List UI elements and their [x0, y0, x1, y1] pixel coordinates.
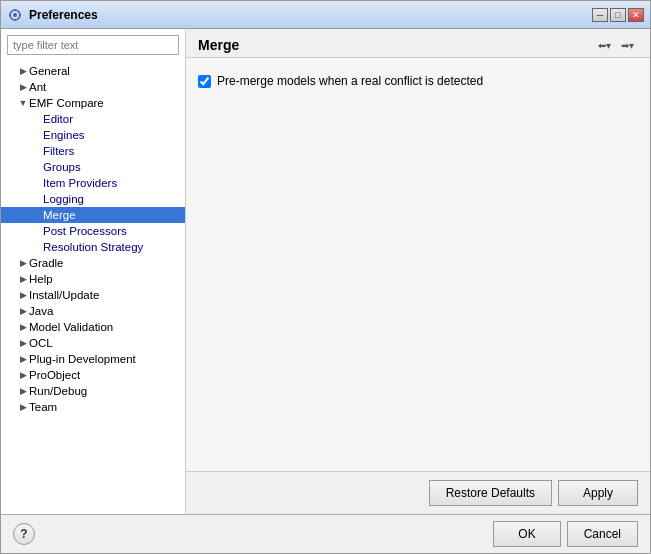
window-controls: ─ □ ✕: [592, 8, 644, 22]
arrow-merge: [31, 209, 43, 221]
restore-defaults-button[interactable]: Restore Defaults: [429, 480, 552, 506]
arrow-resolution-strategy: [31, 241, 43, 253]
content-area: ▶ General ▶ Ant ▼ EMF Compare Editor: [1, 29, 650, 514]
back-arrow-icon: ⬅: [598, 40, 606, 51]
sidebar-item-post-processors[interactable]: Post Processors: [1, 223, 185, 239]
premerge-label: Pre-merge models when a real conflict is…: [217, 74, 483, 88]
sidebar-label-plugin-development: Plug-in Development: [29, 353, 136, 365]
sidebar-label-run-debug: Run/Debug: [29, 385, 87, 397]
sidebar-item-model-validation[interactable]: ▶ Model Validation: [1, 319, 185, 335]
sidebar-item-ocl[interactable]: ▶ OCL: [1, 335, 185, 351]
sidebar-label-editor: Editor: [43, 113, 73, 125]
arrow-item-providers: [31, 177, 43, 189]
sidebar-label-ocl: OCL: [29, 337, 53, 349]
forward-dropdown-icon: ▾: [629, 40, 634, 51]
premerge-checkbox[interactable]: [198, 75, 211, 88]
sidebar-label-engines: Engines: [43, 129, 85, 141]
sidebar-label-team: Team: [29, 401, 57, 413]
sidebar-item-general[interactable]: ▶ General: [1, 63, 185, 79]
bottom-buttons: Restore Defaults Apply: [186, 471, 650, 514]
back-dropdown-icon: ▾: [606, 40, 611, 51]
sidebar-label-logging: Logging: [43, 193, 84, 205]
forward-arrow-icon: ➡: [621, 40, 629, 51]
arrow-logging: [31, 193, 43, 205]
arrow-java: ▶: [17, 305, 29, 317]
arrow-general: ▶: [17, 65, 29, 77]
close-button[interactable]: ✕: [628, 8, 644, 22]
sidebar-item-plugin-development[interactable]: ▶ Plug-in Development: [1, 351, 185, 367]
sidebar-label-ant: Ant: [29, 81, 46, 93]
nav-forward-button[interactable]: ➡ ▾: [617, 38, 638, 53]
sidebar-label-groups: Groups: [43, 161, 81, 173]
sidebar-item-proobject[interactable]: ▶ ProObject: [1, 367, 185, 383]
arrow-gradle: ▶: [17, 257, 29, 269]
arrow-ocl: ▶: [17, 337, 29, 349]
sidebar-item-filters[interactable]: Filters: [1, 143, 185, 159]
sidebar-item-ant[interactable]: ▶ Ant: [1, 79, 185, 95]
arrow-proobject: ▶: [17, 369, 29, 381]
panel-header: Merge ⬅ ▾ ➡ ▾: [186, 29, 650, 58]
tree: ▶ General ▶ Ant ▼ EMF Compare Editor: [1, 61, 185, 514]
sidebar-item-resolution-strategy[interactable]: Resolution Strategy: [1, 239, 185, 255]
cancel-button[interactable]: Cancel: [567, 521, 638, 547]
arrow-install-update: ▶: [17, 289, 29, 301]
sidebar-item-gradle[interactable]: ▶ Gradle: [1, 255, 185, 271]
sidebar-label-general: General: [29, 65, 70, 77]
arrow-ant: ▶: [17, 81, 29, 93]
arrow-engines: [31, 129, 43, 141]
preferences-dialog: Preferences ─ □ ✕ ▶ General ▶ Ant: [0, 0, 651, 554]
sidebar-label-proobject: ProObject: [29, 369, 80, 381]
arrow-editor: [31, 113, 43, 125]
arrow-plugin-development: ▶: [17, 353, 29, 365]
filter-input[interactable]: [7, 35, 179, 55]
footer-right: OK Cancel: [493, 521, 638, 547]
panel-title: Merge: [198, 37, 239, 53]
title-bar: Preferences ─ □ ✕: [1, 1, 650, 29]
apply-button[interactable]: Apply: [558, 480, 638, 506]
arrow-team: ▶: [17, 401, 29, 413]
sidebar-item-emf-compare[interactable]: ▼ EMF Compare: [1, 95, 185, 111]
premerge-checkbox-row: Pre-merge models when a real conflict is…: [198, 74, 638, 88]
sidebar-label-java: Java: [29, 305, 53, 317]
arrow-post-processors: [31, 225, 43, 237]
sidebar-item-install-update[interactable]: ▶ Install/Update: [1, 287, 185, 303]
panel-nav: ⬅ ▾ ➡ ▾: [594, 38, 638, 53]
sidebar-label-post-processors: Post Processors: [43, 225, 127, 237]
sidebar-label-gradle: Gradle: [29, 257, 64, 269]
arrow-help: ▶: [17, 273, 29, 285]
sidebar-item-item-providers[interactable]: Item Providers: [1, 175, 185, 191]
sidebar-item-team[interactable]: ▶ Team: [1, 399, 185, 415]
arrow-model-validation: ▶: [17, 321, 29, 333]
sidebar-label-install-update: Install/Update: [29, 289, 99, 301]
nav-back-button[interactable]: ⬅ ▾: [594, 38, 615, 53]
minimize-button[interactable]: ─: [592, 8, 608, 22]
sidebar-item-help[interactable]: ▶ Help: [1, 271, 185, 287]
title-bar-left: Preferences: [7, 7, 98, 23]
sidebar-item-run-debug[interactable]: ▶ Run/Debug: [1, 383, 185, 399]
maximize-button[interactable]: □: [610, 8, 626, 22]
svg-point-1: [13, 13, 17, 17]
arrow-groups: [31, 161, 43, 173]
sidebar-item-logging[interactable]: Logging: [1, 191, 185, 207]
main-panel: Merge ⬅ ▾ ➡ ▾ Pre-merge models when a re…: [186, 29, 650, 514]
sidebar-item-merge[interactable]: Merge: [1, 207, 185, 223]
sidebar-item-groups[interactable]: Groups: [1, 159, 185, 175]
dialog-title: Preferences: [29, 8, 98, 22]
help-button[interactable]: ?: [13, 523, 35, 545]
sidebar: ▶ General ▶ Ant ▼ EMF Compare Editor: [1, 29, 186, 514]
sidebar-item-java[interactable]: ▶ Java: [1, 303, 185, 319]
sidebar-item-engines[interactable]: Engines: [1, 127, 185, 143]
sidebar-label-help: Help: [29, 273, 53, 285]
arrow-filters: [31, 145, 43, 157]
panel-content: Pre-merge models when a real conflict is…: [186, 58, 650, 471]
preferences-icon: [7, 7, 23, 23]
sidebar-label-filters: Filters: [43, 145, 74, 157]
dialog-footer: ? OK Cancel: [1, 514, 650, 553]
sidebar-label-emf-compare: EMF Compare: [29, 97, 104, 109]
sidebar-item-editor[interactable]: Editor: [1, 111, 185, 127]
sidebar-label-item-providers: Item Providers: [43, 177, 117, 189]
sidebar-label-merge: Merge: [43, 209, 76, 221]
ok-button[interactable]: OK: [493, 521, 560, 547]
arrow-run-debug: ▶: [17, 385, 29, 397]
sidebar-label-model-validation: Model Validation: [29, 321, 113, 333]
